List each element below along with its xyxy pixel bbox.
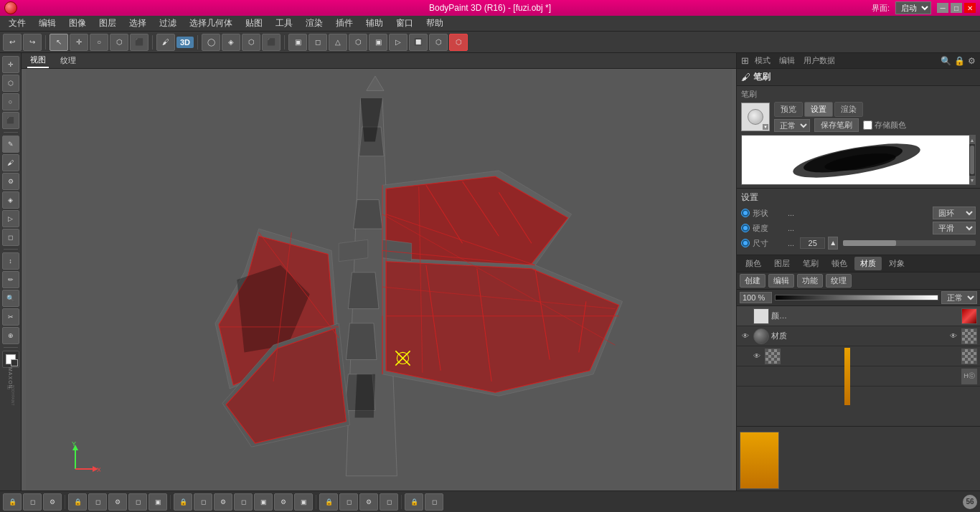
opacity-slider[interactable]	[775, 295, 938, 300]
sb-btn-17[interactable]: ◻	[339, 493, 358, 511]
normal-mode-select[interactable]: 正常	[774, 119, 810, 132]
opacity-input[interactable]	[740, 292, 772, 303]
layer-edit-btn[interactable]: 编辑	[768, 274, 794, 288]
lt-color1-btn[interactable]	[2, 351, 19, 368]
camera-btn[interactable]: ▣	[369, 34, 387, 51]
scroll-down-btn[interactable]: ▼	[969, 176, 975, 184]
menu-item-plugins[interactable]: 插件	[330, 16, 359, 31]
sb-btn-10[interactable]: ◻	[194, 493, 212, 511]
sb-btn-14[interactable]: ⚙	[274, 493, 293, 511]
btab-brush[interactable]: 笔刷	[797, 257, 824, 270]
layer-eye-4[interactable]	[751, 371, 763, 382]
lt-brush-btn[interactable]: 🖌	[2, 154, 19, 171]
hardness-select[interactable]: 平滑	[933, 222, 976, 234]
rp-search-icon[interactable]: 🔍	[941, 56, 951, 66]
store-color-checkbox[interactable]	[863, 120, 872, 130]
sb-btn-20[interactable]: 🔒	[405, 493, 423, 511]
lt-mag-btn[interactable]: 🔍	[2, 290, 19, 307]
lt-erase-btn[interactable]: ◈	[2, 191, 19, 209]
sb-btn-1[interactable]: 🔒	[3, 493, 22, 511]
size-up-btn[interactable]: ▲	[828, 237, 838, 250]
blend-mode-select[interactable]: 正常	[941, 291, 977, 304]
menu-item-filter[interactable]: 过滤	[154, 16, 182, 31]
size-slider[interactable]	[843, 240, 976, 246]
sb-btn-4[interactable]: 🔒	[68, 493, 87, 511]
sb-btn-11[interactable]: ⚙	[214, 493, 232, 511]
scene-canvas[interactable]: X Y	[22, 69, 736, 490]
scroll-thumb[interactable]	[970, 146, 974, 174]
select-tool-button[interactable]: ↖	[50, 34, 68, 51]
sphere-btn[interactable]: ◻	[308, 34, 327, 51]
sb-btn-7[interactable]: ◻	[128, 493, 147, 511]
sym-button[interactable]: ◯	[202, 34, 220, 51]
btab-hue[interactable]: 顿色	[826, 257, 853, 270]
lt-paint-btn[interactable]: ✎	[2, 136, 19, 153]
poly-tool-button[interactable]: ⬛	[130, 34, 149, 51]
rp-userdata-label[interactable]: 用户数据	[801, 55, 838, 66]
store-color-label[interactable]: 存储颜色	[863, 120, 906, 131]
sb-btn-2[interactable]: ◻	[23, 493, 42, 511]
tab-texture[interactable]: 纹理	[57, 54, 79, 67]
lt-cut-btn[interactable]: ✂	[2, 308, 19, 326]
orange-color-swatch[interactable]	[740, 432, 779, 489]
maximize-button[interactable]: □	[951, 3, 962, 13]
play-btn[interactable]: ▷	[389, 34, 407, 51]
tab-view[interactable]: 视图	[27, 53, 49, 68]
hardness-radio[interactable]	[741, 224, 750, 232]
cylinder-btn[interactable]: △	[329, 34, 347, 51]
layer-eye-2b[interactable]: 👁	[948, 331, 959, 342]
move-tool-button[interactable]: ✛	[70, 34, 88, 51]
scroll-up-btn[interactable]: ▲	[969, 136, 975, 144]
size-input[interactable]	[800, 237, 825, 249]
lt-fill-btn[interactable]: ⚙	[2, 173, 19, 190]
size-radio[interactable]	[741, 239, 750, 247]
menu-item-tools[interactable]: 工具	[270, 16, 298, 31]
sb-btn-9[interactable]: 🔒	[174, 493, 192, 511]
layer-eye-3a[interactable]: 👁	[751, 351, 763, 362]
btab-object[interactable]: 对象	[883, 257, 910, 270]
lt-pen-btn[interactable]: ✏	[2, 271, 19, 288]
close-button[interactable]: ✕	[964, 3, 976, 13]
sb-btn-16[interactable]: 🔒	[319, 493, 338, 511]
menu-item-render[interactable]: 渲染	[300, 16, 329, 31]
rp-lock-icon[interactable]: 🔒	[954, 56, 965, 66]
menu-item-help[interactable]: 帮助	[420, 16, 449, 31]
sb-btn-19[interactable]: ◻	[380, 493, 398, 511]
minimize-button[interactable]: ─	[937, 3, 948, 13]
menu-item-image[interactable]: 图像	[63, 16, 92, 31]
shape-radio[interactable]	[741, 209, 750, 217]
rp-settings-icon[interactable]: ⚙	[968, 56, 976, 66]
menu-item-window[interactable]: 窗口	[390, 16, 419, 31]
interface-select[interactable]: 启动	[895, 1, 931, 14]
cube-btn[interactable]: ▣	[288, 34, 307, 51]
lt-clone-btn[interactable]: ▷	[2, 210, 19, 227]
menu-item-select[interactable]: 选择	[123, 16, 152, 31]
brush-tab-render[interactable]: 渲染	[834, 102, 863, 117]
sym3-button[interactable]: ⬡	[242, 34, 260, 51]
layer-eye-3b[interactable]	[948, 351, 959, 362]
render-btn[interactable]: 🔲	[409, 34, 428, 51]
brush-tab-settings[interactable]: 设置	[804, 102, 833, 117]
btab-layer[interactable]: 图层	[768, 257, 796, 270]
btab-color[interactable]: 颜色	[740, 257, 767, 270]
sb-btn-15[interactable]: ▣	[294, 493, 313, 511]
sb-btn-21[interactable]: ◻	[425, 493, 443, 511]
menu-item-layer[interactable]: 图层	[93, 16, 122, 31]
shape-select[interactable]: 圆环	[933, 207, 976, 219]
menu-item-texture[interactable]: 贴图	[240, 16, 268, 31]
paint-button[interactable]: 🖌	[156, 34, 175, 51]
rp-mode-label[interactable]: 模式	[752, 55, 773, 66]
redo-button[interactable]: ↪	[23, 34, 42, 51]
anim-btn[interactable]: ⬡	[429, 34, 448, 51]
lt-stamp-btn[interactable]: ◻	[2, 229, 19, 246]
bone-btn[interactable]: ⬡	[449, 34, 468, 51]
menu-item-selectgeo[interactable]: 选择几何体	[184, 16, 238, 31]
torus-btn[interactable]: ⬡	[349, 34, 367, 51]
brush-thumb-arrow[interactable]: ▼	[763, 124, 768, 130]
scale-tool-button[interactable]: ⬡	[110, 34, 128, 51]
lt-circle-btn[interactable]: ○	[2, 93, 19, 110]
rp-edit-label[interactable]: 编辑	[776, 55, 798, 66]
lt-zoom-btn[interactable]: ↕	[2, 252, 19, 270]
sym4-button[interactable]: ⬛	[262, 34, 281, 51]
save-brush-button[interactable]: 保存笔刷	[814, 118, 859, 132]
